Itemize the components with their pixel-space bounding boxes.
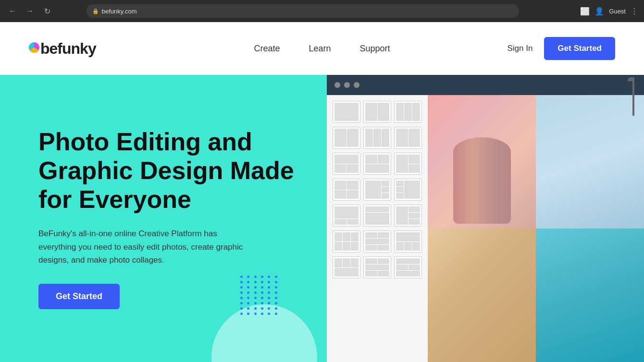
browser-chrome: ← → ↻ 🔒 befunky.com ⬜ 👤 Guest ⋮: [0, 0, 644, 22]
photo-building-teal: [536, 229, 644, 362]
forward-button[interactable]: →: [23, 4, 37, 18]
logo[interactable]: befunky: [29, 40, 96, 58]
collage-row-6: [333, 230, 422, 253]
nav-support[interactable]: Support: [360, 44, 390, 54]
nav-links: Create Learn Support: [254, 44, 390, 54]
collage-layout-1[interactable]: [333, 101, 360, 123]
get-started-nav-button[interactable]: Get Started: [544, 37, 615, 60]
page-container: befunky Create Learn Support Sign In Get…: [0, 22, 644, 362]
app-mockup: [327, 75, 644, 362]
collage-grid: [333, 101, 422, 278]
collage-layout-15[interactable]: [394, 205, 422, 227]
tab-icon[interactable]: ⬜: [580, 7, 590, 16]
collage-layout-7[interactable]: [333, 153, 360, 175]
collage-layout-21[interactable]: [394, 256, 422, 278]
logo-text: befunky: [40, 40, 96, 58]
nav-right: Sign In Get Started: [507, 37, 615, 60]
mockup-titlebar: [327, 75, 644, 95]
guest-label: Guest: [609, 8, 626, 15]
back-button[interactable]: ←: [6, 4, 19, 18]
hero-title: Photo Editing and Graphic Design Made fo…: [38, 128, 308, 214]
collage-layout-6[interactable]: [394, 127, 422, 149]
navbar: befunky Create Learn Support Sign In Get…: [0, 22, 644, 75]
collage-row-5: [333, 205, 422, 227]
collage-row-3: [333, 153, 422, 175]
hero-section: for(let i=0;i<64;i++) document.write('<s…: [0, 75, 644, 362]
titlebar-dot-3: [354, 82, 359, 88]
nav-learn[interactable]: Learn: [309, 44, 331, 54]
lock-icon: 🔒: [92, 8, 99, 14]
collage-layout-3[interactable]: [394, 101, 422, 123]
nav-create[interactable]: Create: [254, 44, 280, 54]
photo-light-blue: [536, 95, 644, 229]
photo-building-warm: [428, 229, 536, 362]
collage-layout-10[interactable]: [333, 179, 360, 201]
reload-button[interactable]: ↻: [40, 4, 54, 18]
address-bar[interactable]: 🔒 befunky.com: [87, 4, 519, 18]
titlebar-dot-2: [344, 82, 350, 88]
collage-layout-13[interactable]: [333, 205, 360, 227]
collage-layout-16[interactable]: [333, 230, 360, 253]
collage-layout-11[interactable]: [363, 179, 391, 201]
photo-area: [428, 95, 644, 362]
collage-layout-8[interactable]: [363, 153, 391, 175]
collage-row-2: [333, 127, 422, 149]
collage-layout-14[interactable]: [363, 205, 391, 227]
photo-pink-cylinders: [428, 95, 536, 229]
collage-layout-19[interactable]: [333, 256, 360, 278]
collage-layout-20[interactable]: [363, 256, 391, 278]
collage-row-7: [333, 256, 422, 278]
titlebar-dot-1: [334, 82, 340, 88]
mockup-body: [327, 95, 644, 362]
collage-layout-5[interactable]: [363, 127, 391, 149]
hero-text: Photo Editing and Graphic Design Made fo…: [38, 104, 308, 309]
collage-panel: [327, 95, 428, 362]
hero-subtitle: BeFunky's all-in-one online Creative Pla…: [38, 227, 255, 266]
url-text: befunky.com: [102, 8, 137, 15]
collage-row-1: [333, 101, 422, 123]
menu-icon[interactable]: ⋮: [631, 7, 638, 16]
collage-layout-17[interactable]: [363, 230, 391, 253]
street-lamp: [632, 95, 634, 116]
logo-icon: [29, 42, 39, 53]
collage-layout-9[interactable]: [394, 153, 422, 175]
collage-layout-18[interactable]: [394, 230, 422, 253]
collage-layout-12[interactable]: [394, 179, 422, 201]
sign-in-button[interactable]: Sign In: [507, 44, 533, 53]
collage-row-4: [333, 179, 422, 201]
browser-right-controls: ⬜ 👤 Guest ⋮: [580, 7, 638, 16]
collage-layout-4[interactable]: [333, 127, 360, 149]
collage-layout-2[interactable]: [363, 101, 391, 123]
account-icon[interactable]: 👤: [594, 7, 604, 16]
get-started-hero-button[interactable]: Get Started: [38, 284, 120, 309]
